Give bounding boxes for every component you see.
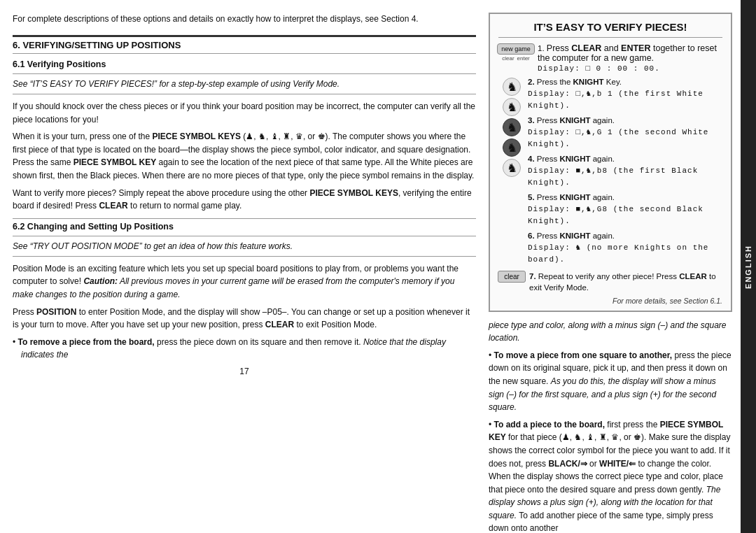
caution-italic: Caution: All previous moves in your curr… bbox=[13, 276, 454, 299]
step-7-num: 7. bbox=[529, 272, 536, 280]
verify-step-7: clear 7. Repeat to verify any other piec… bbox=[498, 271, 722, 293]
knight-icon-4: ♞ bbox=[503, 138, 521, 157]
right-column: IT’S EASY TO VERIFY PIECES! new game cle… bbox=[489, 13, 741, 520]
display-step1: Display: □ 0 : 00 : 00. bbox=[538, 64, 660, 73]
clear-enter-labels: clear enter bbox=[502, 55, 530, 62]
step-4: 4. Press KNIGHT again. Display: ■,♞,b8 (… bbox=[528, 153, 722, 189]
bold-knight-2: KNIGHT bbox=[573, 78, 604, 86]
new-game-button: new game bbox=[497, 43, 535, 55]
steps-2-6-text: 2. Press the KNIGHT Key. Display: □,♞,b … bbox=[528, 76, 722, 268]
bold-clear-step1: CLEAR bbox=[571, 43, 601, 53]
verify-step-1: new game clear enter 1. Press CLEAR and … bbox=[498, 43, 722, 73]
body-text-6-2-2: Press POSITION to enter Position Mode, a… bbox=[13, 306, 476, 332]
step-1-text: 1. Press CLEAR and ENTER together to res… bbox=[538, 43, 722, 73]
step-1-number: 1. bbox=[538, 44, 547, 52]
right-body-text-2: • To move a piece from one square to ano… bbox=[489, 349, 732, 414]
step-1-icon: new game clear enter bbox=[498, 43, 533, 73]
bold-knight-6: KNIGHT bbox=[559, 232, 590, 240]
clear-button-step7: clear bbox=[498, 271, 526, 283]
bold-clear-step7: CLEAR bbox=[679, 272, 707, 280]
italic-as-you: As you do this, the display will show a … bbox=[489, 376, 716, 412]
step-3-num: 3. bbox=[528, 116, 535, 125]
side-tab: ENGLISH bbox=[741, 0, 756, 533]
body-text-6-1-1: If you should knock over the chess piece… bbox=[13, 100, 476, 126]
right-body-text-3: • To add a piece to the board, first pre… bbox=[489, 418, 732, 533]
bold-knight-5: KNIGHT bbox=[559, 193, 590, 201]
step-7-icon: clear bbox=[498, 271, 525, 283]
section-6-heading: 6. VERIFYING/SETTING UP POSITIONS bbox=[13, 35, 476, 54]
verify-steps-2-6: ♞ ♞ ♞ ♞ ♞ 2. Press the KNIGHT Key. Displ… bbox=[498, 76, 722, 268]
step-7-text: 7. Repeat to verify any other piece! Pre… bbox=[529, 271, 722, 293]
knight-icon-3: ♞ bbox=[503, 118, 521, 136]
subsection-6-1-heading: 6.1 Verifying Positions bbox=[13, 59, 476, 69]
intro-text: For complete descriptions of these optio… bbox=[13, 13, 476, 25]
step-4-num: 4. bbox=[528, 155, 535, 163]
body-text-6-1-2: When it is your turn, press one of the P… bbox=[13, 130, 476, 182]
bold-piece-symbol-key: PIECE SYMBOL KEY bbox=[74, 157, 156, 167]
bold-position: POSITION bbox=[36, 307, 76, 317]
step-6-num: 6. bbox=[528, 232, 535, 240]
left-column: For complete descriptions of these optio… bbox=[13, 13, 489, 520]
body-text-6-1-3: Want to verify more pieces? Simply repea… bbox=[13, 187, 476, 213]
clear-label: clear bbox=[502, 55, 514, 62]
display-step4: Display: ■,♞,b8 (the first Black Knight)… bbox=[528, 166, 698, 187]
subsection-6-2-heading: 6.2 Changing and Setting Up Positions bbox=[13, 218, 476, 232]
bullet-remove-piece: • To remove a piece from the board, pres… bbox=[13, 336, 476, 361]
bold-clear: CLEAR bbox=[99, 201, 127, 211]
body-text-6-2-1: Position Mode is an exciting feature whi… bbox=[13, 262, 476, 301]
step-5: 5. Press KNIGHT again. Display: ■,♞,G8 (… bbox=[528, 192, 722, 227]
verify-note: For more details, see Section 6.1. bbox=[498, 297, 722, 305]
bold-add-piece: To add a piece to the board, bbox=[494, 420, 605, 429]
bold-piece-symbol-keys: PIECE SYMBOL KEYS bbox=[152, 132, 240, 141]
knight-icon-1: ♞ bbox=[503, 78, 521, 96]
display-step2: Display: □,♞,b 1 (the first White Knight… bbox=[528, 90, 704, 110]
right-body-text-1: piece type and color, along with a minus… bbox=[489, 319, 732, 345]
side-tab-label: ENGLISH bbox=[744, 245, 752, 289]
step-3: 3. Press KNIGHT again. Display: □,♞,G 1 … bbox=[528, 115, 722, 150]
display-step6: Display: ♞ (no more Knights on the board… bbox=[528, 243, 708, 264]
knights-icons-col: ♞ ♞ ♞ ♞ ♞ bbox=[498, 76, 525, 268]
italic-note-6-2: See “TRY OUT POSITION MODE” to get an id… bbox=[13, 236, 476, 257]
enter-label: enter bbox=[517, 55, 530, 62]
verify-title: IT’S EASY TO VERIFY PIECES! bbox=[498, 21, 722, 38]
italic-display-shows: The display shows a plus sign (+), along… bbox=[489, 485, 720, 520]
italic-note-6-1: See “IT’S EASY TO VERIFY PIECES!” for a … bbox=[13, 73, 476, 94]
bold-clear-2: CLEAR bbox=[265, 320, 294, 329]
bold-remove: To remove a piece from the board, bbox=[18, 337, 155, 347]
caution-bold: Caution: bbox=[83, 276, 118, 286]
knight-icon-2: ♞ bbox=[503, 98, 521, 116]
page-number: 17 bbox=[13, 367, 476, 376]
bold-knight-3: KNIGHT bbox=[559, 116, 590, 125]
bold-black: BLACK/⇒ bbox=[548, 459, 587, 469]
bold-piece-symbol-keys-2: PIECE SYMBOL KEYS bbox=[309, 188, 398, 198]
bold-knight-4: KNIGHT bbox=[559, 155, 590, 163]
bold-white: WHITE/⇐ bbox=[599, 459, 636, 469]
main-content: For complete descriptions of these optio… bbox=[0, 0, 741, 533]
italic-piece-type: piece type and color, along with a minus… bbox=[489, 320, 727, 343]
step-5-num: 5. bbox=[528, 193, 535, 201]
step-2-num: 2. bbox=[528, 78, 535, 86]
bold-enter-step1: ENTER bbox=[621, 43, 650, 53]
step-2: 2. Press the KNIGHT Key. Display: □,♞,b … bbox=[528, 76, 722, 112]
knight-icon-5: ♞ bbox=[503, 159, 521, 177]
verify-box: IT’S EASY TO VERIFY PIECES! new game cle… bbox=[489, 13, 732, 312]
display-step5: Display: ■,♞,G8 (the second Black Knight… bbox=[528, 205, 704, 225]
step-6: 6. Press KNIGHT again. Display: ♞ (no mo… bbox=[528, 230, 722, 266]
display-step3: Display: □,♞,G 1 (the second White Knigh… bbox=[528, 128, 708, 148]
bold-move-piece: To move a piece from one square to anoth… bbox=[494, 350, 673, 360]
